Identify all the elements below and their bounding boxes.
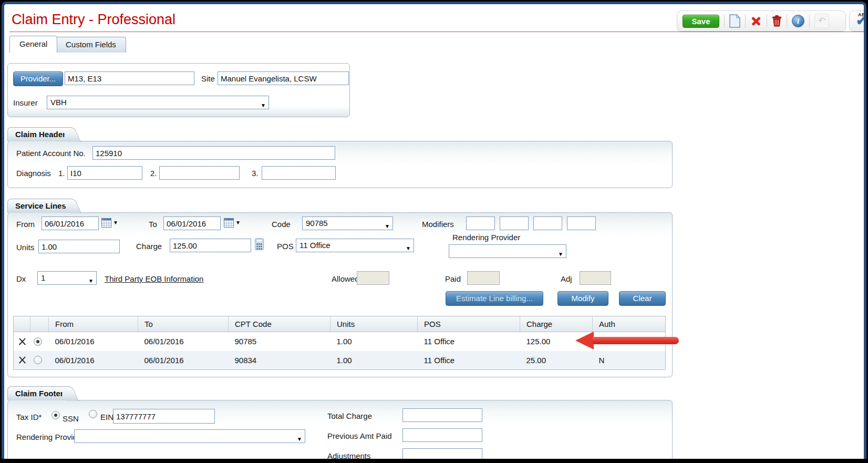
diagnosis-1-num: 1.: [58, 169, 65, 178]
modifier-3-input[interactable]: [533, 217, 562, 230]
chevron-down-icon: ▼: [406, 242, 411, 252]
diagnosis-label: Diagnosis: [16, 169, 51, 178]
from-date-input[interactable]: [42, 217, 99, 230]
ssn-label: SSN: [63, 414, 79, 423]
adj-label: Adj: [561, 274, 572, 283]
service-lines-tab: Service Lines: [7, 199, 72, 213]
toolbar-separator: [809, 15, 810, 27]
tax-id-label: Tax ID*: [16, 413, 42, 421]
paid-input: [467, 271, 500, 285]
allowed-label: Allowed: [332, 274, 359, 283]
adjustments-input[interactable]: [402, 448, 482, 459]
clear-button[interactable]: Clear: [619, 291, 666, 306]
toolbar-separator: [724, 15, 725, 27]
estimate-line-billing-button[interactable]: Estimate Line billing...: [446, 291, 543, 306]
ein-label: EIN: [100, 413, 113, 421]
previous-amt-paid-label: Previous Amt Paid: [327, 431, 392, 440]
provider-panel: Provider... Site Insurer VBH ▼: [7, 63, 350, 117]
toolbar-separator: [787, 15, 787, 27]
charge-label: Charge: [136, 242, 162, 251]
table-row: 06/01/2016 06/01/2016 90785 1.00 11 Offi…: [14, 332, 666, 351]
dx-label: Dx: [16, 274, 26, 283]
ssn-radio[interactable]: [51, 411, 60, 419]
units-input[interactable]: [38, 240, 120, 253]
paid-label: Paid: [445, 274, 461, 283]
tab-general[interactable]: General: [9, 36, 57, 53]
dx-select[interactable]: 1 ▼: [37, 271, 97, 285]
rendering-provider-select[interactable]: ▼: [449, 244, 566, 258]
pos-label: POS: [277, 242, 294, 251]
footer-rendering-provider-select[interactable]: ▼: [74, 429, 305, 443]
from-label: From: [16, 220, 35, 229]
code-select[interactable]: 90785 ▼: [302, 217, 393, 230]
info-icon[interactable]: i: [792, 15, 804, 27]
code-label: Code: [272, 220, 291, 229]
chevron-down-icon: ▼: [385, 220, 390, 230]
adj-input: [580, 271, 611, 285]
total-charge-input[interactable]: [402, 408, 482, 422]
to-date-input[interactable]: [163, 217, 221, 230]
modifiers-label: Modifiers: [422, 220, 454, 229]
modifier-1-input[interactable]: [466, 217, 495, 230]
calendar-dropdown-icon[interactable]: ▼: [113, 220, 118, 225]
patient-account-label: Patient Account No.: [16, 149, 86, 158]
site-input[interactable]: [218, 71, 349, 85]
spellcheck-icon[interactable]: ABC ✔: [855, 12, 866, 30]
patient-account-input[interactable]: [92, 146, 335, 160]
col-to: To: [138, 316, 229, 332]
toolbar-separator: [767, 15, 767, 27]
calendar-dropdown-icon[interactable]: ▼: [235, 220, 241, 225]
diagnosis-2-input[interactable]: [159, 166, 240, 180]
modify-button[interactable]: Modify: [557, 291, 608, 306]
claim-entry-window: Claim Entry - Professional Save i ↶ ABC …: [2, 2, 866, 459]
undo-icon: ↶: [814, 14, 829, 28]
rendering-provider-label: Rendering Provider: [452, 233, 520, 242]
toolbar-separator: [745, 15, 746, 27]
provider-button[interactable]: Provider...: [13, 71, 63, 86]
chevron-down-icon: ▼: [558, 248, 563, 258]
tab-custom-fields[interactable]: Custom Fields: [56, 37, 126, 53]
new-document-icon[interactable]: [729, 14, 740, 28]
ein-radio[interactable]: [89, 410, 97, 418]
col-cpt-code: CPT Code: [229, 316, 330, 332]
delete-row-icon[interactable]: [18, 337, 26, 346]
trash-icon[interactable]: [772, 15, 782, 27]
toolbar-main: Save i ↶: [677, 11, 846, 32]
row-select-radio[interactable]: [34, 337, 42, 346]
third-party-eob-link[interactable]: Third Party EOB Information: [105, 274, 203, 283]
title-divider: [9, 32, 864, 32]
modifier-2-input[interactable]: [500, 217, 529, 230]
table-row: 06/01/2016 06/01/2016 90834 1.00 11 Offi…: [14, 351, 666, 370]
col-from: From: [49, 316, 138, 332]
claim-header-panel: Patient Account No. Diagnosis 1. 2. 3.: [7, 141, 673, 188]
col-auth: Auth: [593, 316, 666, 332]
modifier-4-input[interactable]: [567, 217, 596, 230]
calendar-icon[interactable]: [101, 218, 111, 228]
check-glyph: ✔: [856, 13, 866, 28]
diagnosis-3-input[interactable]: [262, 166, 336, 180]
provider-input[interactable]: [65, 71, 194, 85]
delete-x-icon[interactable]: [750, 15, 762, 27]
col-units: Units: [330, 316, 418, 332]
diagnosis-2-num: 2.: [150, 169, 157, 178]
tax-id-input[interactable]: [113, 409, 215, 424]
diagnosis-1-input[interactable]: [67, 166, 142, 180]
allowed-input: [357, 271, 389, 285]
screenshot-frame: Claim Entry - Professional Save i ↶ ABC …: [0, 0, 868, 463]
calculator-icon[interactable]: [255, 238, 264, 250]
adjustments-label: Adjustments: [327, 451, 371, 459]
total-charge-label: Total Charge: [327, 411, 372, 420]
to-label: To: [149, 220, 157, 229]
calendar-icon[interactable]: [224, 218, 234, 228]
save-button[interactable]: Save: [683, 15, 719, 28]
delete-row-icon[interactable]: [18, 356, 26, 364]
charge-input[interactable]: [170, 239, 251, 252]
insurer-label: Insurer: [13, 98, 38, 107]
pos-select[interactable]: 11 Office ▼: [296, 239, 414, 252]
row-select-radio[interactable]: [34, 356, 42, 364]
chevron-down-icon: ▼: [297, 433, 302, 443]
chevron-down-icon: ▼: [261, 99, 266, 109]
service-lines-table: From To CPT Code Units POS Charge Auth 0…: [13, 316, 666, 370]
insurer-select[interactable]: VBH ▼: [47, 96, 269, 109]
previous-amt-paid-input[interactable]: [402, 428, 482, 442]
